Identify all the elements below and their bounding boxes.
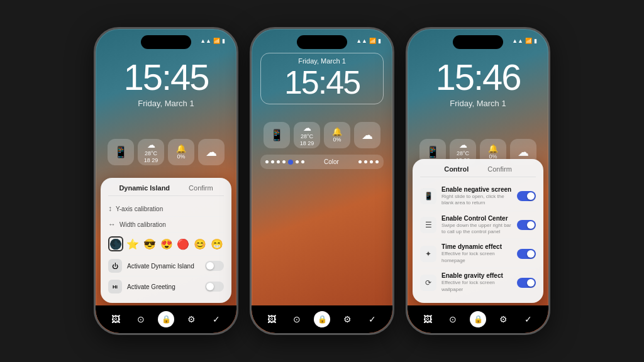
panel-tab-confirm-3[interactable]: Confirm bbox=[487, 165, 512, 173]
dynamic-island-3 bbox=[453, 35, 503, 49]
clock-date-1: Friday, March 1 bbox=[96, 99, 236, 108]
nav-camera-3[interactable]: ⊙ bbox=[445, 311, 461, 327]
widget-phone-1: 📱 bbox=[108, 139, 134, 165]
activate-greeting-item: Hi Activate Greeting bbox=[108, 277, 224, 297]
gravity-toggle[interactable] bbox=[517, 278, 536, 288]
color-dots-row: Color bbox=[260, 155, 384, 169]
widget-notif-2: 🔔 0% bbox=[324, 122, 350, 148]
emoji-2[interactable]: 😎 bbox=[143, 236, 157, 251]
activate-greeting-text: Activate Greeting bbox=[127, 283, 200, 290]
time-effect-toggle[interactable] bbox=[517, 249, 536, 259]
emoji-0[interactable]: 🌑 bbox=[108, 236, 123, 251]
panel-header-3: Control Confirm bbox=[420, 165, 536, 177]
wifi-icon-3: 📶 bbox=[525, 38, 532, 44]
nav-wallpaper-3[interactable]: 🖼 bbox=[419, 311, 436, 327]
negative-title: Enable negative screen bbox=[441, 186, 512, 193]
negative-toggle[interactable] bbox=[517, 191, 536, 201]
control-panel-3: Control Confirm 📱 Enable negative screen… bbox=[413, 159, 543, 303]
y-axis-label: Y-axis calibration bbox=[116, 206, 163, 212]
phone-2: ▲▲ 📶 ▮ Friday, March 1 15:45 📱 ☁ 28°C 18… bbox=[250, 27, 394, 335]
activate-dynamic-island-item: ⏻ Activate Dynamic Island bbox=[108, 256, 224, 277]
nav-check-3[interactable]: ✓ bbox=[520, 311, 536, 327]
color-dot-9[interactable] bbox=[370, 160, 373, 163]
width-label: Width calibration bbox=[119, 221, 166, 228]
widget-row-1: 📱 ☁ 28°C 18 29 🔔 0% ☁ bbox=[96, 139, 236, 165]
signal-icon-1: ▲▲ bbox=[200, 38, 211, 44]
negative-knob bbox=[527, 192, 535, 200]
nav-settings-1[interactable]: ⚙ bbox=[183, 311, 199, 327]
widget-phone-2: 📱 bbox=[264, 122, 290, 148]
activate-di-title: Activate Dynamic Island bbox=[127, 263, 200, 270]
time-effect-title: Time dynamic effect bbox=[441, 243, 512, 250]
nav-settings-3[interactable]: ⚙ bbox=[495, 311, 511, 327]
clock-area-3: 15:46 Friday, March 1 bbox=[408, 57, 548, 108]
activate-greeting-knob bbox=[206, 283, 214, 290]
emoji-4[interactable]: 🔴 bbox=[176, 236, 191, 251]
time-effect-icon: ✦ bbox=[420, 246, 436, 262]
color-label: Color bbox=[324, 158, 339, 165]
emoji-3[interactable]: 😍 bbox=[159, 236, 174, 251]
color-dot-10[interactable] bbox=[375, 160, 379, 163]
color-dot-5[interactable] bbox=[296, 160, 299, 163]
color-dot-0[interactable] bbox=[265, 160, 269, 163]
phone-1-body: ▲▲ 📶 ▮ 15:45 Friday, March 1 📱 ☁ 28°C 18… bbox=[94, 27, 238, 335]
widget-temp-2: ☁ 28°C 18 29 bbox=[294, 122, 320, 148]
emoji-5[interactable]: 😊 bbox=[193, 236, 208, 251]
activate-greeting-icon: Hi bbox=[108, 280, 122, 293]
nav-camera-2[interactable]: ⊙ bbox=[289, 311, 305, 327]
activate-di-toggle[interactable] bbox=[205, 261, 224, 271]
nav-check-2[interactable]: ✓ bbox=[364, 311, 380, 327]
bottom-nav-1: 🖼 ⊙ 🔒 ⚙ ✓ bbox=[96, 305, 236, 333]
nav-check-1[interactable]: ✓ bbox=[208, 311, 225, 327]
time-effect-knob bbox=[527, 250, 535, 258]
color-dot-2[interactable] bbox=[277, 160, 280, 163]
phone-2-body: ▲▲ 📶 ▮ Friday, March 1 15:45 📱 ☁ 28°C 18… bbox=[250, 27, 394, 335]
panel-tab-dynamic-island[interactable]: Dynamic Island bbox=[119, 184, 170, 192]
nav-wallpaper-2[interactable]: 🖼 bbox=[264, 311, 280, 327]
y-axis-icon: ↕ bbox=[108, 204, 112, 213]
color-dot-3[interactable] bbox=[282, 160, 286, 163]
status-right-1: ▲▲ 📶 ▮ bbox=[200, 38, 225, 44]
panel-tab-control[interactable]: Control bbox=[444, 165, 469, 173]
notif-value-2: 0% bbox=[333, 136, 341, 143]
ctrl-gravity-effect: ⟳ Enable gravity effect Effective for lo… bbox=[420, 268, 536, 297]
color-dot-7[interactable] bbox=[358, 160, 362, 163]
width-icon: ↔ bbox=[108, 220, 116, 229]
control-center-toggle[interactable] bbox=[517, 220, 536, 230]
color-dot-8[interactable] bbox=[364, 160, 367, 163]
color-dot-6[interactable] bbox=[301, 160, 304, 163]
activate-di-text: Activate Dynamic Island bbox=[127, 263, 200, 270]
temp-icon-2: ☁ bbox=[303, 123, 311, 133]
time-effect-text: Time dynamic effect Effective for lock s… bbox=[441, 243, 512, 264]
emoji-6[interactable]: 😁 bbox=[209, 236, 224, 251]
nav-lock-1[interactable]: 🔒 bbox=[158, 311, 174, 327]
ctrl-negative-screen: 📱 Enable negative screen Right slide to … bbox=[420, 182, 536, 211]
nav-camera-1[interactable]: ⊙ bbox=[133, 311, 149, 327]
nav-settings-2[interactable]: ⚙ bbox=[339, 311, 355, 327]
panel-header-1: Dynamic Island Confirm bbox=[108, 184, 224, 196]
temp-range-1: 18 29 bbox=[144, 157, 158, 164]
time-effect-sub: Effective for lock screen homepage bbox=[441, 251, 512, 264]
battery-icon-1: ▮ bbox=[222, 38, 225, 44]
nav-lock-3[interactable]: 🔒 bbox=[470, 311, 486, 327]
wifi-icon-2: 📶 bbox=[369, 38, 376, 44]
status-right-2: ▲▲ 📶 ▮ bbox=[356, 38, 381, 44]
notif-value-1: 0% bbox=[177, 153, 185, 160]
color-dot-active[interactable] bbox=[288, 160, 293, 165]
emoji-row-1: 🌑 ⭐ 😎 😍 🔴 😊 😁 bbox=[108, 233, 224, 256]
activate-greeting-toggle[interactable] bbox=[205, 282, 224, 292]
signal-icon-2: ▲▲ bbox=[356, 38, 367, 44]
control-center-sub: Swipe down the upper right bar to call u… bbox=[441, 222, 512, 236]
control-center-icon: ☰ bbox=[420, 217, 436, 233]
phone-3-body: ▲▲ 📶 ▮ 15:46 Friday, March 1 📱 ☁ 28°C 18… bbox=[406, 27, 550, 335]
color-dot-1[interactable] bbox=[271, 160, 274, 163]
emoji-1[interactable]: ⭐ bbox=[126, 236, 140, 251]
clock-bordered-2: Friday, March 1 15:45 bbox=[260, 53, 384, 104]
nav-wallpaper-1[interactable]: 🖼 bbox=[108, 311, 124, 327]
widget-notif-1: 🔔 0% bbox=[168, 139, 194, 165]
temp-icon-3: ☁ bbox=[459, 140, 467, 150]
panel-tab-confirm-1[interactable]: Confirm bbox=[189, 184, 213, 192]
temp-icon-1: ☁ bbox=[147, 140, 155, 150]
gravity-knob bbox=[527, 279, 535, 287]
nav-lock-2[interactable]: 🔒 bbox=[314, 311, 330, 327]
